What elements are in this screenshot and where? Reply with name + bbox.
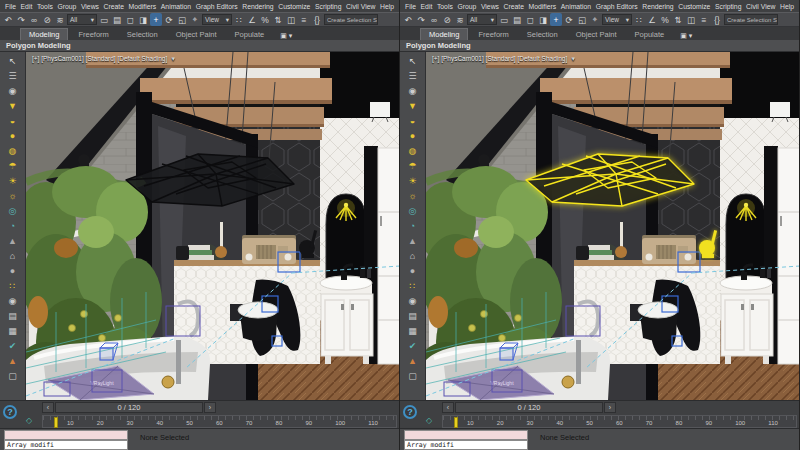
tab-populate[interactable]: Populate [627,29,673,40]
menu-item[interactable]: Edit [421,3,433,10]
track-bar[interactable]: 102030405060708090100110 [42,415,397,428]
vray-camera-icon[interactable]: ◉ [3,83,21,98]
selection-filter-dropdown[interactable]: All▾ [67,14,97,25]
select-cursor-icon[interactable]: ↖ [3,53,21,68]
ribbon-config-icon[interactable]: ▣ ▾ [280,32,292,40]
maxscript-icon[interactable]: {} [311,13,323,26]
filter-funnel-icon[interactable]: ▼ [570,56,576,62]
unlink-selection-icon[interactable]: ⊘ [41,13,53,26]
vray-mesh-light-icon[interactable]: ◍ [3,143,21,158]
undo-icon[interactable]: ↶ [2,13,14,26]
vray-sphere-light-icon[interactable]: ● [403,128,421,143]
mirror-icon[interactable]: ◫ [685,13,697,26]
toolbar-menu-icon[interactable]: ☰ [403,68,421,83]
select-object-icon[interactable]: ▭ [98,13,110,26]
vray-dome-light-icon[interactable]: ◒ [403,113,421,128]
gray-sphere-icon[interactable]: ● [403,263,421,278]
menu-item[interactable]: Rendering [242,3,273,10]
color-swatches-icon[interactable]: ∷ [3,278,21,293]
vray-plane-light-icon[interactable]: ▼ [3,98,21,113]
menu-item[interactable]: Animation [561,3,591,10]
previous-frame-button[interactable]: ‹ [42,402,54,413]
next-frame-button[interactable]: › [204,402,216,413]
rocket-icon[interactable]: ▲ [403,353,421,368]
bind-to-space-warp-icon[interactable]: ≋ [54,13,66,26]
polygon-modeling-panel[interactable]: Polygon Modeling [400,40,799,52]
maxscript-mini-listener[interactable] [4,430,128,440]
menu-item[interactable]: Edit [21,3,33,10]
menu-item[interactable]: Group [457,3,476,10]
menu-item[interactable]: Create [104,3,124,10]
rectangular-selection-region-icon[interactable]: ◻ [524,13,536,26]
toolbar-menu-icon[interactable]: ☰ [3,68,21,83]
vray-ies-light-icon[interactable]: ☂ [403,158,421,173]
selection-filter-dropdown[interactable]: All▾ [467,14,497,25]
tab-modeling[interactable]: Modeling [420,28,468,40]
undo-icon[interactable]: ↶ [402,13,414,26]
monitor-icon[interactable]: ▢ [403,368,421,383]
menu-item[interactable]: Create [504,3,524,10]
viewport[interactable]: [+] [PhysCam001] [Standard] [Default Sha… [26,52,399,400]
vray-sky-icon[interactable]: ☼ [403,188,421,203]
key-filter-icon[interactable]: ◇ [26,416,32,425]
align-icon[interactable]: ≡ [698,13,710,26]
filter-funnel-icon[interactable]: ▼ [170,56,176,62]
menu-item[interactable]: Modifiers [529,3,557,10]
maxscript-listener-line[interactable]: Array modifi [404,440,528,450]
unlink-selection-icon[interactable]: ⊘ [441,13,453,26]
maxscript-listener-line[interactable]: Array modifi [4,440,128,450]
menu-item[interactable]: Animation [161,3,191,10]
reference-coordinate-dropdown[interactable]: View▾ [602,14,632,25]
check-icon[interactable]: ✔ [403,338,421,353]
frame-counter[interactable]: 0 / 120 [455,402,603,413]
color-swatches-icon[interactable]: ∷ [403,278,421,293]
window-crossing-icon[interactable]: ◨ [537,13,549,26]
spinner-snap-icon[interactable]: ⇅ [272,13,284,26]
vray-sun-icon[interactable]: ☀ [3,173,21,188]
menu-item[interactable]: Group [57,3,76,10]
select-object-icon[interactable]: ▭ [498,13,510,26]
vray-sphere-light-icon[interactable]: ● [3,128,21,143]
track-bar[interactable]: 102030405060708090100110 [442,415,797,428]
vray-mesh-light-icon[interactable]: ◍ [403,143,421,158]
vray-terrain-icon[interactable]: ▲ [3,233,21,248]
tab-object-paint[interactable]: Object Paint [168,29,225,40]
vray-proxy-icon[interactable]: ⌂ [3,248,21,263]
snaps-toggle-icon[interactable]: ∷ [633,13,645,26]
tab-freeform[interactable]: Freeform [470,29,516,40]
menu-item[interactable]: Tools [37,3,53,10]
menu-item[interactable]: Civil View [346,3,375,10]
physical-camera-icon[interactable]: ◉ [3,293,21,308]
bind-to-space-warp-icon[interactable]: ≋ [454,13,466,26]
menu-item[interactable]: Scripting [715,3,741,10]
menu-item[interactable]: Rendering [642,3,673,10]
menu-item[interactable]: Help [780,3,794,10]
frame-counter[interactable]: 0 / 120 [55,402,203,413]
select-and-place-icon[interactable]: ⌖ [189,13,201,26]
menu-item[interactable]: Views [481,3,499,10]
vray-shadow-icon[interactable]: ◔ [403,218,421,233]
angle-snap-icon[interactable]: ∠ [246,13,258,26]
maxscript-icon[interactable]: {} [711,13,723,26]
viewport[interactable]: [+] [PhysCam001] [Standard] [Default Sha… [426,52,799,400]
maxscript-mini-listener[interactable] [404,430,528,440]
help-icon[interactable]: ? [3,405,17,419]
render-elements-icon[interactable]: ▦ [403,323,421,338]
create-selection-set-field[interactable]: Create Selection Se [324,14,378,25]
tab-object-paint[interactable]: Object Paint [568,29,625,40]
select-and-rotate-icon[interactable]: ⟳ [563,13,575,26]
reference-coordinate-dropdown[interactable]: View▾ [202,14,232,25]
vray-sphere-env-icon[interactable]: ◎ [403,203,421,218]
select-cursor-icon[interactable]: ↖ [403,53,421,68]
vray-proxy-icon[interactable]: ⌂ [403,248,421,263]
monitor-icon[interactable]: ▢ [3,368,21,383]
menu-item[interactable]: Tools [437,3,453,10]
menu-item[interactable]: Civil View [746,3,775,10]
vray-ies-light-icon[interactable]: ☂ [3,158,21,173]
menu-item[interactable]: File [405,3,416,10]
vray-plane-light-icon[interactable]: ▼ [403,98,421,113]
tab-selection[interactable]: Selection [519,29,566,40]
rocket-icon[interactable]: ▲ [3,353,21,368]
select-and-place-icon[interactable]: ⌖ [589,13,601,26]
window-crossing-icon[interactable]: ◨ [137,13,149,26]
